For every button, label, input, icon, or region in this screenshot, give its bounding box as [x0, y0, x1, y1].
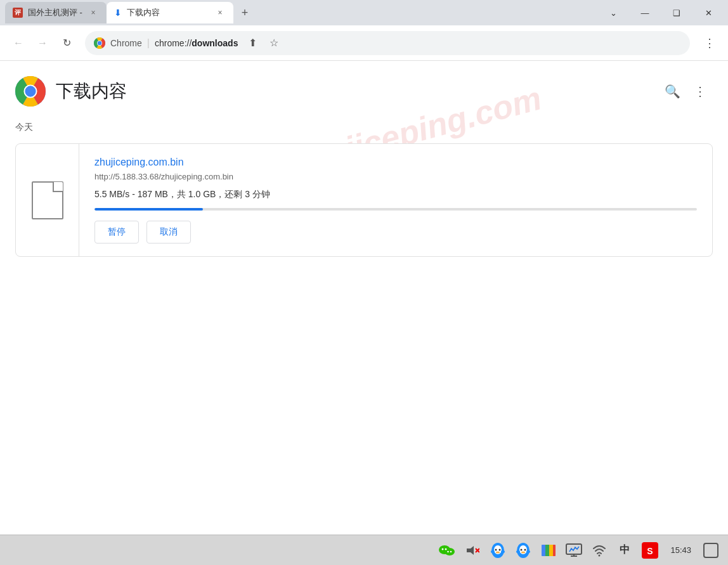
palette-icon[interactable] [538, 540, 559, 561]
svg-point-19 [496, 551, 500, 553]
svg-point-24 [521, 549, 523, 550]
progress-bar-container [94, 208, 697, 211]
pause-button[interactable]: 暂停 [94, 221, 139, 244]
navigation-bar: ← → ↻ Chrome | chrome://downloads chrome… [0, 25, 728, 61]
address-chrome-label: Chrome [110, 38, 142, 48]
svg-point-18 [499, 549, 501, 550]
tab-active[interactable]: ⬇ 下载内容 × [107, 2, 233, 23]
clock-time: 15:43 [670, 545, 691, 555]
download-details: zhujiceping.com.bin http://5.188.33.68/z… [79, 144, 712, 256]
notification-button[interactable] [701, 541, 720, 560]
tab-inactive[interactable]: 评 国外主机测评 - × [5, 2, 107, 23]
svg-point-26 [521, 551, 525, 553]
svg-point-2 [98, 41, 101, 44]
svg-point-28 [526, 550, 530, 553]
progress-bar-fill [94, 208, 203, 211]
download-filename[interactable]: zhujiceping.com.bin [94, 157, 697, 168]
chrome-icon [94, 37, 105, 49]
downloads-header: 下载内容 🔍 ⋮ [0, 61, 728, 117]
qq-icon-2[interactable] [513, 540, 533, 561]
qq-icon-1[interactable] [488, 540, 508, 561]
download-actions: 暂停 取消 [94, 221, 697, 244]
wechat-icon[interactable] [437, 540, 457, 561]
refresh-button[interactable]: ↻ [56, 32, 77, 54]
chinese-ime-icon[interactable]: 中 [614, 540, 635, 561]
page-title: 下载内容 [56, 79, 127, 103]
tab-close-inactive[interactable]: × [88, 7, 99, 18]
svg-point-21 [501, 550, 505, 553]
address-url: chrome://downloads [155, 38, 238, 48]
address-bar[interactable]: Chrome | chrome://downloads chrome://dow… [85, 31, 690, 55]
chrome-logo [15, 76, 46, 107]
svg-rect-32 [549, 545, 553, 556]
svg-point-9 [445, 548, 447, 550]
svg-point-27 [516, 550, 520, 553]
title-bar: 评 国外主机测评 - × ⬇ 下载内容 × + ⌄ — ❑ ✕ [0, 0, 728, 25]
window-controls: ⌄ — ❑ ✕ [599, 3, 723, 23]
svg-rect-31 [545, 545, 549, 556]
minimize-button[interactable]: — [630, 3, 660, 23]
svg-marker-12 [467, 546, 474, 555]
forward-button[interactable]: → [32, 32, 53, 54]
tab-active-label: 下载内容 [127, 7, 160, 18]
svg-point-25 [524, 549, 526, 550]
svg-text:S: S [647, 546, 653, 556]
search-button[interactable]: 🔍 [660, 79, 685, 104]
file-icon [32, 181, 63, 219]
bookmark-button[interactable]: ☆ [264, 34, 283, 53]
browser-menu-button[interactable]: ⋮ [699, 32, 720, 54]
svg-point-37 [599, 554, 601, 556]
tab-close-active[interactable]: × [214, 7, 226, 18]
taskbar: 中 S 15:43 [0, 535, 728, 565]
back-button[interactable]: ← [8, 32, 29, 54]
tab-favicon-inactive: 评 [13, 8, 23, 18]
new-tab-button[interactable]: + [236, 4, 254, 22]
chevron-button[interactable]: ⌄ [599, 3, 628, 23]
download-tab-icon: ⬇ [114, 8, 122, 18]
download-file-icon-area [16, 144, 79, 256]
svg-point-8 [442, 548, 444, 550]
svg-rect-30 [542, 545, 545, 556]
restore-button[interactable]: ❑ [662, 3, 691, 23]
svg-point-20 [491, 550, 495, 553]
svg-point-10 [448, 550, 450, 552]
cancel-button[interactable]: 取消 [146, 221, 191, 244]
download-progress-text: 5.5 MB/s - 187 MB，共 1.0 GB，还剩 3 分钟 [94, 189, 697, 200]
svg-point-17 [495, 549, 497, 550]
more-options-button[interactable]: ⋮ [687, 79, 713, 104]
share-button[interactable]: ⬆ [243, 34, 262, 53]
svg-rect-40 [704, 543, 718, 557]
svg-point-11 [450, 550, 452, 552]
page-content: zhujiceping.com 下载内容 🔍 ⋮ 今天 zhujiceping.… [0, 61, 728, 535]
download-url: http://5.188.33.68/zhujiceping.com.bin [94, 172, 697, 181]
system-clock[interactable]: 15:43 [665, 545, 696, 555]
svg-point-5 [25, 86, 36, 96]
address-actions: ⬆ ☆ [243, 34, 283, 53]
sogou-icon[interactable]: S [640, 540, 660, 561]
close-button[interactable]: ✕ [694, 3, 723, 23]
screen-icon[interactable] [564, 540, 584, 561]
svg-rect-33 [553, 545, 556, 556]
wifi-icon[interactable] [589, 540, 609, 561]
download-item: zhujiceping.com.bin http://5.188.33.68/z… [15, 143, 713, 257]
header-actions: 🔍 ⋮ [660, 79, 713, 104]
volume-mute-icon[interactable] [462, 540, 483, 561]
address-separator: | [147, 37, 150, 49]
tab-inactive-label: 国外主机测评 - [28, 7, 82, 18]
today-label: 今天 [0, 117, 728, 138]
